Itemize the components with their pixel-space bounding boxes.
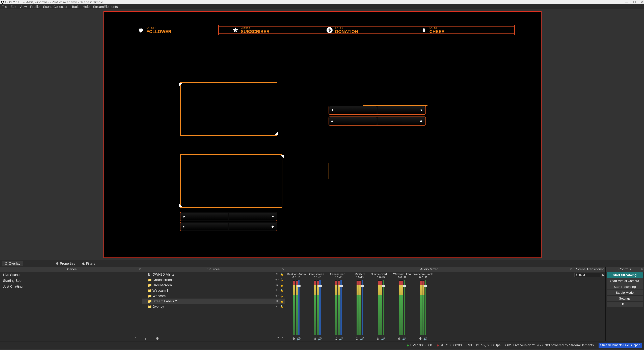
source-row[interactable]: ›📁Overlay👁🔒 bbox=[142, 304, 284, 309]
transition-select[interactable]: Stinger bbox=[574, 273, 601, 277]
channel-settings-button[interactable]: ⚙ bbox=[292, 337, 295, 341]
source-row[interactable]: ›📁Webcam 1👁🔒 bbox=[142, 288, 284, 293]
stream-label-bar[interactable]: ★♥ bbox=[328, 106, 426, 115]
properties-button[interactable]: ⚙Properties bbox=[53, 261, 78, 266]
menu-help[interactable]: Help bbox=[83, 5, 90, 9]
menu-tools[interactable]: Tools bbox=[72, 5, 80, 9]
stream-label-bar[interactable]: ●◆ bbox=[328, 116, 426, 126]
channel-settings-button[interactable]: ⚙ bbox=[356, 337, 358, 341]
popout-icon[interactable]: ⧉ bbox=[570, 268, 572, 271]
scene-item[interactable]: Just Chatting bbox=[0, 284, 142, 290]
source-settings-button[interactable]: ⚙ bbox=[156, 337, 159, 341]
source-up-button[interactable]: ˄ bbox=[277, 337, 279, 341]
start-recording-button[interactable]: Start Recording bbox=[606, 284, 643, 290]
popout-icon[interactable]: ⧉ bbox=[139, 268, 141, 271]
webcam-frame-1[interactable] bbox=[180, 82, 278, 136]
close-button[interactable]: ✕ bbox=[640, 0, 643, 4]
transition-settings-button[interactable]: ⚙ bbox=[602, 273, 604, 277]
channel-mute-button[interactable]: 🔊 bbox=[381, 337, 385, 341]
settings-button[interactable]: Settings bbox=[606, 296, 643, 301]
visibility-toggle[interactable]: 👁 bbox=[276, 284, 278, 287]
window-title: OBS 27.1.3 (64-bit, windows) - Profile: … bbox=[5, 0, 626, 4]
stream-label-bar[interactable]: ★♥ bbox=[180, 212, 278, 221]
lock-toggle[interactable]: 🔒 bbox=[280, 294, 283, 298]
channel-settings-button[interactable]: ⚙ bbox=[398, 337, 401, 341]
scene-item[interactable]: Live Scene bbox=[0, 272, 142, 278]
popout-icon[interactable]: ⧉ bbox=[641, 268, 643, 271]
channel-settings-button[interactable]: ⚙ bbox=[313, 337, 316, 341]
exit-button[interactable]: Exit bbox=[606, 302, 643, 307]
webcam-frame-2[interactable] bbox=[180, 154, 282, 208]
channel-settings-button[interactable]: ⚙ bbox=[377, 337, 380, 341]
menu-file[interactable]: File bbox=[2, 5, 7, 9]
lock-toggle[interactable]: 🔒 bbox=[280, 284, 283, 287]
sources-title: Sources bbox=[207, 267, 220, 271]
visibility-toggle[interactable]: 👁 bbox=[276, 294, 278, 298]
stream-label-bar[interactable]: ●◆ bbox=[180, 222, 278, 231]
start-virtual-camera-button[interactable]: Start Virtual Camera bbox=[606, 278, 643, 284]
volume-slider[interactable] bbox=[362, 280, 363, 336]
channel-mute-button[interactable]: 🔊 bbox=[360, 337, 364, 341]
status-bar: LIVE: 00:00:00 REC: 00:00:00 CPU: 13.7%,… bbox=[0, 341, 644, 349]
minimize-button[interactable]: — bbox=[626, 0, 628, 4]
visibility-toggle[interactable]: 👁 bbox=[276, 278, 278, 282]
lock-toggle[interactable]: 🔒 bbox=[280, 300, 283, 303]
lock-toggle[interactable]: 🔒 bbox=[280, 278, 283, 282]
scene-down-button[interactable]: ˅ bbox=[139, 337, 141, 341]
channel-db: 0.0 dB bbox=[419, 276, 427, 279]
menu-profile[interactable]: Profile bbox=[30, 5, 40, 9]
volume-slider[interactable] bbox=[383, 280, 384, 336]
lock-toggle[interactable]: 🔒 bbox=[280, 273, 283, 276]
maximize-button[interactable]: ☐ bbox=[633, 0, 636, 4]
menu-streamelements[interactable]: StreamElements bbox=[93, 5, 118, 9]
lock-toggle[interactable]: 🔒 bbox=[280, 289, 283, 292]
menu-edit[interactable]: Edit bbox=[10, 5, 16, 9]
studio-mode-button[interactable]: Studio Mode bbox=[606, 290, 643, 295]
source-row[interactable]: 🗎OWN3D Alerts👁🔒 bbox=[142, 272, 284, 277]
channel-mute-button[interactable]: 🔊 bbox=[339, 337, 343, 341]
live-dot-icon bbox=[407, 345, 409, 347]
source-row[interactable]: ›📁Webcam👁🔒 bbox=[142, 293, 284, 299]
popout-icon[interactable]: ⧉ bbox=[282, 268, 284, 271]
filters-button[interactable]: ◐Filters bbox=[80, 261, 98, 266]
channel-settings-button[interactable]: ⚙ bbox=[419, 337, 422, 341]
visibility-toggle[interactable]: 👁 bbox=[276, 305, 278, 309]
channel-settings-button[interactable]: ⚙ bbox=[334, 337, 338, 341]
source-row[interactable]: ›📁Stream Labels 2👁🔒 bbox=[142, 299, 284, 304]
preview-canvas[interactable]: LATESTFOLLOWER LATESTSUBSCRIBER $ LATEST… bbox=[104, 11, 542, 258]
visibility-toggle[interactable]: 👁 bbox=[276, 289, 278, 292]
channel-meters bbox=[286, 279, 306, 336]
overlay-follower-big: FOLLOWER bbox=[146, 29, 172, 34]
channel-mute-button[interactable]: 🔊 bbox=[402, 337, 406, 341]
visibility-toggle[interactable]: 👁 bbox=[276, 273, 278, 276]
popout-icon[interactable]: ⧉ bbox=[602, 268, 604, 271]
scene-item[interactable]: Starting Soon bbox=[0, 278, 142, 284]
add-source-button[interactable]: ＋ bbox=[144, 336, 148, 341]
volume-slider[interactable] bbox=[319, 280, 321, 336]
source-row[interactable]: ›📁Greenscreen 1👁🔒 bbox=[142, 277, 284, 283]
source-down-button[interactable]: ˅ bbox=[282, 337, 283, 341]
channel-mute-button[interactable]: 🔊 bbox=[296, 337, 301, 341]
remove-source-button[interactable]: － bbox=[150, 336, 154, 341]
source-row[interactable]: ›📁Greenscreen👁🔒 bbox=[142, 283, 284, 288]
scene-up-button[interactable]: ˄ bbox=[135, 337, 137, 341]
start-streaming-button[interactable]: Start Streaming bbox=[606, 272, 643, 278]
add-scene-button[interactable]: ＋ bbox=[1, 336, 5, 341]
volume-slider[interactable] bbox=[404, 280, 405, 336]
menu-scene-collection[interactable]: Scene Collection bbox=[43, 5, 68, 9]
volume-slider[interactable] bbox=[425, 280, 426, 336]
volume-slider[interactable] bbox=[340, 280, 342, 336]
volume-slider[interactable] bbox=[298, 280, 300, 336]
lock-toggle[interactable]: 🔒 bbox=[280, 305, 283, 308]
channel-mute-button[interactable]: 🔊 bbox=[423, 337, 428, 341]
visibility-toggle[interactable]: 👁 bbox=[276, 300, 278, 303]
overlay-follower-small: LATEST bbox=[146, 26, 172, 29]
support-button[interactable]: StreamElements Live Support bbox=[598, 343, 642, 348]
source-type-icon: 📁 bbox=[148, 289, 151, 293]
channel-mute-button[interactable]: 🔊 bbox=[318, 337, 322, 341]
overlay-chip[interactable]: 🖻Overlay bbox=[2, 261, 23, 266]
source-type-icon: 📁 bbox=[148, 278, 151, 282]
remove-scene-button[interactable]: － bbox=[8, 336, 11, 341]
menu-view[interactable]: View bbox=[20, 5, 27, 9]
channel-meters bbox=[392, 279, 412, 336]
